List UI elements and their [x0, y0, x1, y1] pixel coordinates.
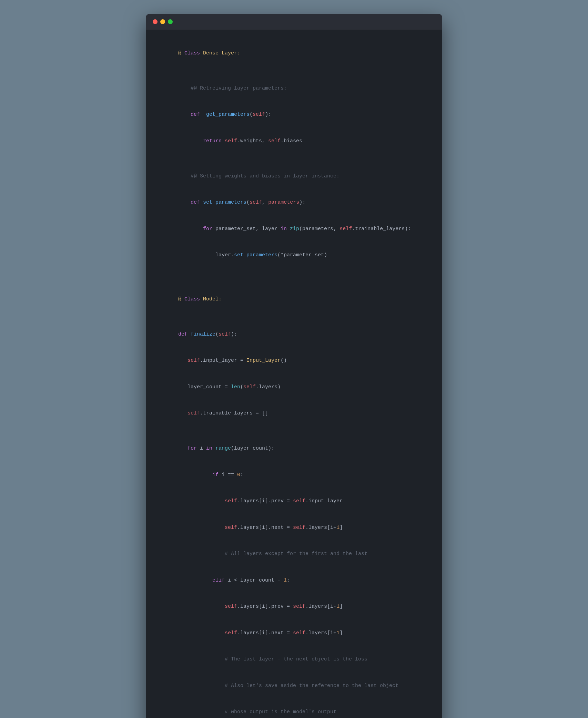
- line-layer-count: layer_count = len(self.layers): [160, 374, 428, 400]
- line-next-plus1: self.layers[i].next = self.layers[i+1]: [160, 514, 428, 541]
- line-input-layer: self.input_layer = Input_Layer(): [160, 348, 428, 374]
- line-def-set: def set_parameters(self, parameters):: [160, 189, 428, 216]
- line-comment-all: # All layers except for the first and th…: [160, 541, 428, 567]
- line-comment-set: #@ Setting weights and biases in layer i…: [160, 163, 428, 189]
- line-for-range: for i in range(layer_count):: [160, 435, 428, 462]
- line-trainable: self.trainable_layers = []: [160, 400, 428, 427]
- line-return: return self.weights, self.biases: [160, 128, 428, 154]
- minimize-button[interactable]: [160, 19, 165, 24]
- line-if-zero: if i == 0:: [160, 462, 428, 488]
- titlebar: [146, 14, 442, 30]
- close-button[interactable]: [153, 19, 158, 24]
- line-prev-minus1: self.layers[i].prev = self.layers[i-1]: [160, 594, 428, 620]
- line-class-dense: @ Class Dense_Layer:: [160, 40, 428, 66]
- line-comment-also: # Also let's save aside the reference to…: [160, 673, 428, 699]
- line-class-model: @ Class Model:: [160, 286, 428, 312]
- maximize-button[interactable]: [168, 19, 173, 24]
- line-layer-set: layer.set_parameters(*parameter_set): [160, 242, 428, 269]
- code-window: @ Class Dense_Layer: #@ Retreiving layer…: [146, 14, 442, 718]
- line-comment-whose: # whose output is the model's output: [160, 699, 428, 718]
- line-prev-input: self.layers[i].prev = self.input_layer: [160, 488, 428, 515]
- line-def-finalize: def finalize(self):: [160, 321, 428, 348]
- line-elif-count: elif i < layer_count - 1:: [160, 567, 428, 594]
- line-def-get: def get_parameters(self):: [160, 102, 428, 128]
- line-comment-last: # The last layer - the next object is th…: [160, 646, 428, 673]
- line-comment-get: #@ Retreiving layer parameters:: [160, 75, 428, 102]
- code-editor: @ Class Dense_Layer: #@ Retreiving layer…: [146, 30, 442, 718]
- line-for-param: for parameter_set, layer in zip(paramete…: [160, 216, 428, 242]
- line-next-plus1b: self.layers[i].next = self.layers[i+1]: [160, 620, 428, 646]
